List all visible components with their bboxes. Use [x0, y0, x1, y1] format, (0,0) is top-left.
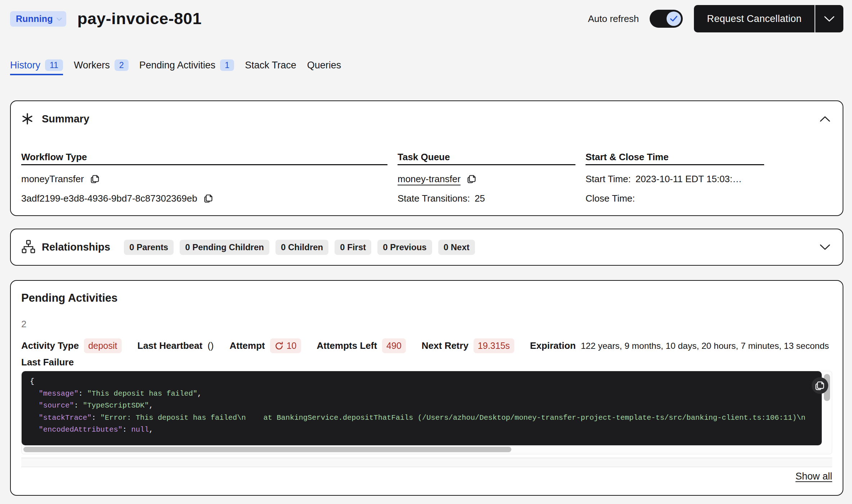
tab-workers[interactable]: Workers 2: [74, 59, 129, 75]
code-value-stacktrace: "Error: This deposit has failed\n at Ban…: [100, 414, 806, 422]
tab-stack-trace-label: Stack Trace: [245, 60, 296, 71]
attempts-left-label: Attempts Left: [317, 340, 377, 351]
auto-refresh-label: Auto refresh: [588, 13, 639, 24]
code-copy-button[interactable]: [812, 377, 828, 394]
start-time-value: 2023-10-11 EDT 15:03:…: [636, 174, 742, 185]
code-value-encoded-attributes: null: [131, 426, 149, 434]
task-queue-header: Task Queue: [398, 152, 575, 165]
tab-queries-label: Queries: [307, 60, 341, 71]
status-badge[interactable]: Running: [10, 11, 66, 27]
children-badge: 0 Children: [275, 240, 328, 255]
request-cancellation-button[interactable]: Request Cancellation: [694, 5, 815, 32]
summary-col-time: Start & Close Time Start Time: 2023-10-1…: [586, 152, 764, 204]
show-all-row: Show all: [21, 471, 832, 495]
tab-history[interactable]: History 11: [10, 59, 63, 75]
tab-pending-activities-label: Pending Activities: [139, 60, 216, 71]
run-id-row: 3adf2199-e3d8-4936-9bd7-8c87302369eb: [21, 193, 387, 204]
run-id-value: 3adf2199-e3d8-4936-9bd7-8c87302369eb: [21, 193, 197, 204]
first-badge: 0 First: [335, 240, 371, 255]
activity-type-label: Activity Type: [21, 340, 79, 351]
pending-activities-title: Pending Activities: [21, 292, 832, 305]
status-badge-chevron-icon: [57, 18, 62, 21]
auto-refresh-toggle[interactable]: [650, 10, 683, 28]
code-token: ,: [149, 401, 153, 410]
tab-pending-activities[interactable]: Pending Activities 1: [139, 59, 234, 75]
attempt-label: Attempt: [229, 340, 265, 351]
copy-icon[interactable]: [203, 193, 214, 203]
state-transitions-label: State Transitions:: [398, 193, 470, 204]
copy-icon[interactable]: [467, 174, 477, 184]
close-time-row: Close Time:: [586, 193, 764, 204]
code-line: {: [30, 377, 34, 386]
attempts-left-badge: 490: [382, 338, 406, 353]
relationships-title: Relationships: [42, 241, 110, 253]
next-badge: 0 Next: [438, 240, 475, 255]
check-icon: [670, 15, 678, 22]
attempt-value: 10: [287, 341, 297, 351]
workflow-type-value: moneyTransfer: [21, 174, 84, 185]
tab-workers-count: 2: [115, 59, 129, 71]
summary-card: Summary Workflow Type moneyTransfer: [10, 100, 843, 216]
attempt-field: Attempt 10: [229, 338, 301, 353]
expiration-value: 122 years, 9 months, 10 days, 20 hours, …: [581, 341, 829, 351]
last-heartbeat-field: Last Heartbeat (): [138, 340, 214, 351]
last-failure-label: Last Failure: [21, 357, 832, 368]
page-title: pay-invoice-801: [77, 9, 202, 28]
summary-title: Summary: [42, 113, 89, 125]
expand-chevron-down-icon[interactable]: [820, 244, 832, 250]
pending-activities-count: 2: [21, 319, 832, 330]
code-token: [30, 426, 39, 434]
show-all-link[interactable]: Show all: [795, 471, 832, 482]
code-token: ,: [149, 426, 153, 434]
attempts-left-field: Attempts Left 490: [317, 338, 406, 353]
request-cancellation-label: Request Cancellation: [707, 13, 802, 24]
start-time-row: Start Time: 2023-10-11 EDT 15:03:…: [586, 173, 764, 185]
status-badge-label: Running: [16, 14, 53, 24]
activity-type-field: Activity Type deposit: [21, 338, 122, 353]
time-header: Start & Close Time: [586, 152, 764, 165]
code-key-encoded-attributes: "encodedAttributes": [39, 426, 122, 434]
code-token: :: [91, 414, 100, 422]
page-header: Running pay-invoice-801 Auto refresh Req…: [10, 5, 843, 32]
summary-grid: Workflow Type moneyTransfer 3adf2199-e3d…: [21, 152, 832, 204]
last-failure-code-container: { "message": "This deposit has failed", …: [21, 371, 832, 454]
close-time-label: Close Time:: [586, 193, 635, 204]
retry-icon: [274, 341, 284, 351]
next-retry-label: Next Retry: [422, 340, 468, 351]
asterisk-icon: [21, 113, 33, 125]
expiration-label: Expiration: [530, 340, 576, 351]
code-token: :: [122, 426, 131, 434]
activity-type-badge: deposit: [84, 338, 122, 353]
workflow-type-header: Workflow Type: [21, 152, 387, 165]
code-token: ,: [197, 390, 202, 398]
horizontal-scrollbar[interactable]: [23, 447, 511, 452]
task-queue-link[interactable]: money-transfer: [398, 174, 461, 185]
copy-icon[interactable]: [90, 174, 100, 184]
state-transitions-value: 25: [475, 193, 485, 204]
request-cancellation-menu-button[interactable]: [815, 5, 843, 32]
tab-history-count: 11: [45, 59, 63, 71]
header-actions: Auto refresh Request Cancellation: [588, 5, 843, 32]
chevron-down-icon: [824, 16, 835, 22]
code-key-message: "message": [39, 390, 78, 398]
attempt-badge: 10: [270, 338, 301, 353]
request-cancellation-split-button: Request Cancellation: [694, 5, 843, 32]
parents-badge: 0 Parents: [124, 240, 174, 255]
last-failure-code-block: { "message": "This deposit has failed", …: [22, 371, 822, 445]
pending-activity-fields: Activity Type deposit Last Heartbeat () …: [21, 338, 832, 353]
pending-children-badge: 0 Pending Children: [180, 240, 269, 255]
tab-queries[interactable]: Queries: [307, 60, 341, 75]
hierarchy-icon: [21, 240, 36, 255]
tab-pending-activities-count: 1: [220, 59, 234, 71]
tab-stack-trace[interactable]: Stack Trace: [245, 60, 296, 75]
code-token: :: [74, 401, 82, 410]
task-queue-row: money-transfer: [398, 173, 575, 185]
pending-activities-card: Pending Activities 2 Activity Type depos…: [10, 280, 843, 496]
code-key-source: "source": [39, 401, 74, 410]
workflow-page: Running pay-invoice-801 Auto refresh Req…: [0, 5, 852, 496]
state-transitions-row: State Transitions: 25: [398, 193, 575, 204]
copy-icon: [815, 380, 825, 391]
collapse-chevron-up-icon[interactable]: [820, 116, 832, 122]
next-retry-badge: 19.315s: [474, 338, 514, 353]
code-token: [30, 390, 39, 398]
